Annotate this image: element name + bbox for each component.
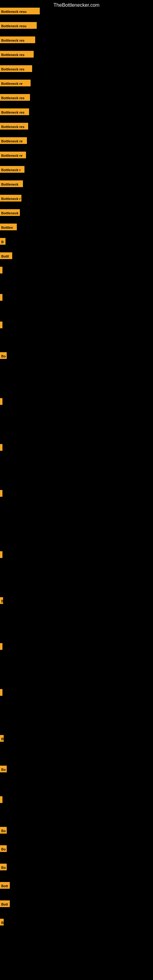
bar-label [0,490,2,497]
bar-item: Bo [0,864,7,870]
bar-label: Bottleneck r [0,195,21,202]
bar-label: Bo [0,766,7,772]
bar-item: B [0,238,5,245]
bar-label: B [0,919,4,926]
bar-item: Bottleneck res [0,65,32,72]
bar-item [0,689,2,696]
bar-item: Bott [0,882,10,889]
bar-label: Bottleneck res [0,94,30,101]
bar-label: Bo [0,864,7,870]
bar-label: B [0,735,4,742]
bar-label: Bottl [0,252,12,259]
bar-label: Bottleneck resu [0,22,37,29]
bar-item: Bottl [0,252,12,259]
bar-item: Bo [0,827,7,834]
bar-label [0,294,2,301]
bar-item: Bottleneck [0,209,20,216]
bar-item [0,267,2,274]
bar-item: Bottleneck res [0,94,30,101]
bar-item: Bottleneck res [0,37,35,43]
bar-item: Bottleneck [0,180,23,187]
bar-item: Bo [0,766,7,772]
bar-label: Bottleneck resu [0,8,40,14]
bar-label: B [0,238,5,245]
bar-item: Bottleneck res [0,123,28,130]
bar-label: Bott [0,900,10,907]
bar-label [0,643,2,650]
bar-label [0,398,2,405]
bar-label [0,321,2,328]
bar-item: Bottleneck re [0,137,27,144]
bar-item [0,321,2,328]
bar-label: Bottleneck re [0,80,30,86]
bar-item: Bottleneck r [0,166,24,173]
bar-item: B [0,597,3,604]
bar-label [0,689,2,696]
bar-label: Bottleneck re [0,137,27,144]
bar-item [0,796,2,803]
bar-label [0,444,2,451]
bar-label: B [0,597,3,604]
bar-label: Bottleneck res [0,65,32,72]
bar-item [0,398,2,405]
bar-label: Bo [0,352,7,359]
bar-label: Bottleneck res [0,37,35,43]
bar-label: Bo [0,845,7,852]
bar-item [0,490,2,497]
bar-item: Bottleneck res [0,108,29,115]
bar-item: B [0,735,4,742]
bar-label: Bott [0,882,10,889]
bar-label: Bottleneck res [0,123,28,130]
bar-item [0,643,2,650]
bar-item: Bottleneck r [0,195,21,202]
bar-item: Bottleneck re [0,80,30,86]
bar-item: Bottleneck resu [0,8,40,14]
bar-label [0,267,2,274]
bar-item [0,444,2,451]
bar-item: Bottleneck re [0,151,26,158]
bar-label [0,796,2,803]
bar-label: Bottleneck [0,180,23,187]
bar-item [0,294,2,301]
bar-item: Bottleneck res [0,51,33,57]
bar-label: Bo [0,827,7,834]
bar-item: Bottleneck resu [0,22,37,29]
bar-item: Bottlen [0,224,17,230]
bar-label: Bottleneck res [0,51,33,57]
bar-item: B [0,919,4,926]
bar-label [0,551,2,558]
bar-label: Bottleneck res [0,108,29,115]
bar-label: Bottleneck re [0,151,26,158]
bar-item: Bo [0,845,7,852]
bar-label: Bottlen [0,224,17,230]
bar-item: Bott [0,900,10,907]
bar-item [0,551,2,558]
bar-label: Bottleneck r [0,166,24,173]
bar-label: Bottleneck [0,209,20,216]
bar-item: Bo [0,352,7,359]
